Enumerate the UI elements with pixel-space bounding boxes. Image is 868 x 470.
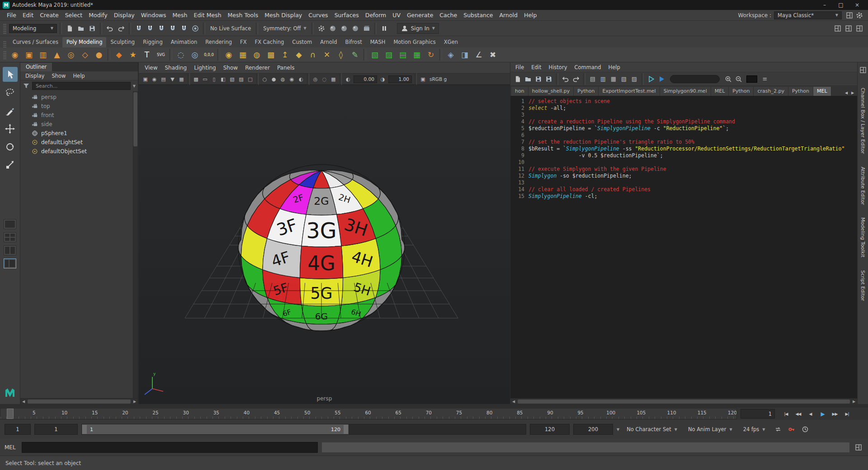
rotate-tool[interactable] — [3, 139, 18, 154]
shelf-tab-poly-modeling[interactable]: Poly Modeling — [62, 37, 107, 47]
command-line-input[interactable] — [22, 442, 318, 453]
gate-mask-icon[interactable]: ◧ — [219, 75, 227, 84]
shelf-tab-rendering[interactable]: Rendering — [201, 37, 236, 47]
color-space-label[interactable]: sRGB g — [428, 76, 448, 82]
outliner-item-top[interactable]: top — [20, 102, 138, 111]
wireframe-icon[interactable]: ○ — [260, 75, 269, 84]
script-tab-mel-5[interactable]: MEL — [711, 87, 729, 96]
outliner-menu-help[interactable]: Help — [70, 72, 88, 80]
play-forward-button[interactable]: ▶ — [817, 409, 828, 418]
paint-select-tool[interactable] — [3, 103, 18, 118]
smooth-icon[interactable]: ▩ — [264, 48, 278, 61]
construction-history-icon[interactable] — [316, 24, 326, 33]
script-search-input[interactable] — [670, 75, 720, 83]
svg-tool-icon[interactable]: SVG — [154, 48, 168, 61]
menu-uv[interactable]: UV — [389, 10, 404, 20]
character-set-menu-icon[interactable]: ▼ — [617, 428, 619, 432]
range-end-handle[interactable] — [343, 424, 349, 434]
shelf-tab-arnold[interactable]: Arnold — [316, 37, 341, 47]
script-color-swatch[interactable] — [746, 75, 757, 83]
poly-plane-icon[interactable]: ◇ — [78, 48, 92, 61]
menu-help[interactable]: Help — [521, 10, 540, 20]
save-scene-icon[interactable] — [87, 24, 97, 33]
sidebar-tab-script-editor[interactable]: Script Editor — [860, 270, 866, 301]
crease-tool-icon[interactable]: ∠ — [472, 48, 486, 61]
indent-settings-icon[interactable]: ≡ — [760, 75, 769, 84]
platonic-solid-icon[interactable]: ◆ — [112, 48, 126, 61]
field-chart-icon[interactable]: ▧ — [228, 75, 236, 84]
menu-file[interactable]: File — [4, 10, 19, 20]
workspace-dropdown[interactable]: Maya Classic* ▼ — [774, 11, 842, 19]
uv-camera-icon[interactable]: ▤ — [396, 48, 410, 61]
workspace-settings-icon[interactable] — [844, 10, 854, 20]
script-menu-command[interactable]: Command — [571, 63, 604, 71]
outliner-item-psphere1[interactable]: pSphere1 — [20, 129, 138, 138]
save-script-icon[interactable] — [534, 75, 543, 84]
outliner-horizontal-scrollbar[interactable]: ◀ ▶ — [20, 398, 138, 404]
status-separator[interactable] — [129, 23, 131, 34]
viewport-menu-renderer[interactable]: Renderer — [242, 64, 273, 72]
resolution-gate-icon[interactable]: ▯ — [210, 75, 218, 84]
shelf-tab-mash[interactable]: MASH — [366, 37, 390, 47]
ao-icon[interactable]: ◎ — [311, 75, 320, 84]
layout-two-pane[interactable] — [4, 245, 16, 255]
maximize-button[interactable]: □ — [833, 0, 849, 10]
poly-cube-icon[interactable]: ▣ — [22, 48, 36, 61]
safe-action-icon[interactable]: ▨ — [237, 75, 245, 84]
snap-to-point-icon[interactable] — [156, 24, 166, 33]
construction-plane-icon[interactable]: ◌ — [174, 48, 188, 61]
menu-curves[interactable]: Curves — [305, 10, 331, 20]
outliner-item-side[interactable]: side — [20, 120, 138, 129]
auto-keyframe-icon[interactable] — [786, 423, 797, 435]
scrollbar-thumb[interactable] — [518, 400, 850, 404]
status-separator[interactable] — [203, 23, 205, 34]
spin-edge-icon[interactable]: ↻ — [424, 48, 438, 61]
outliner-menu-display[interactable]: Display — [22, 72, 47, 80]
status-separator[interactable] — [100, 23, 102, 34]
status-separator[interactable] — [60, 23, 62, 34]
viewport-menu-lighting[interactable]: Lighting — [191, 64, 219, 72]
viewport-menu-panels[interactable]: Panels — [274, 64, 298, 72]
range-slider-track[interactable]: 1 120 — [81, 424, 526, 435]
poly-cone-icon[interactable]: ▲ — [50, 48, 64, 61]
script-tab-simplygon90-mel-4[interactable]: Simplygon90.mel — [660, 87, 711, 96]
bookmarks-icon[interactable]: ▼ — [168, 75, 177, 84]
scrollbar-thumb[interactable] — [28, 400, 131, 404]
menu-substance[interactable]: Substance — [460, 10, 496, 20]
lasso-tool[interactable] — [3, 85, 18, 100]
step-back-frame-button[interactable]: ◀◀ — [793, 409, 804, 418]
outliner-item-defaultlightset[interactable]: defaultLightSet — [20, 138, 138, 147]
gamma-field[interactable]: 1.00 — [388, 75, 412, 83]
step-forward-frame-button[interactable]: ▶▶ — [829, 409, 840, 418]
menu-modify[interactable]: Modify — [85, 10, 110, 20]
search-zoom-out-icon[interactable] — [734, 75, 743, 84]
ipr-render-icon[interactable] — [350, 24, 360, 33]
pause-icon[interactable] — [379, 24, 389, 33]
gamma-icon[interactable]: ◑ — [378, 75, 387, 84]
symmetrize-icon[interactable]: ◈ — [444, 48, 458, 61]
scroll-left-icon[interactable]: ◀ — [20, 400, 27, 404]
origin-tool-icon[interactable]: 0,0,0 — [202, 48, 216, 61]
step-back-key-button[interactable]: ◀ — [805, 409, 816, 418]
bridge-icon[interactable]: ∩ — [306, 48, 320, 61]
shelf-tab-xgen[interactable]: XGen — [440, 37, 462, 47]
undo-icon[interactable] — [561, 75, 570, 84]
symmetry-dropdown[interactable]: Symmetry: Off▼ — [261, 25, 308, 32]
undo-icon[interactable] — [105, 24, 115, 33]
multi-cut-icon[interactable]: ✕ — [320, 48, 334, 61]
filter-icon[interactable] — [23, 82, 30, 89]
time-slider[interactable]: 5101520253035404550556065707580859095100… — [0, 408, 737, 419]
outliner-menu-show[interactable]: Show — [48, 72, 69, 80]
search-zoom-in-icon[interactable] — [724, 75, 733, 84]
menu-mesh-display[interactable]: Mesh Display — [261, 10, 305, 20]
open-script-icon[interactable] — [524, 75, 533, 84]
scale-tool[interactable] — [3, 157, 18, 172]
snap-to-curve-icon[interactable] — [145, 24, 155, 33]
script-tab-python-6[interactable]: Python — [729, 87, 754, 96]
menu-cache[interactable]: Cache — [436, 10, 460, 20]
layout-outliner-persp[interactable] — [4, 258, 16, 268]
poly-torus-icon[interactable]: ◎ — [64, 48, 78, 61]
workspace-reset-icon[interactable] — [854, 10, 864, 20]
redo-icon[interactable] — [571, 75, 580, 84]
motion-blur-icon[interactable]: ◌ — [320, 75, 329, 84]
